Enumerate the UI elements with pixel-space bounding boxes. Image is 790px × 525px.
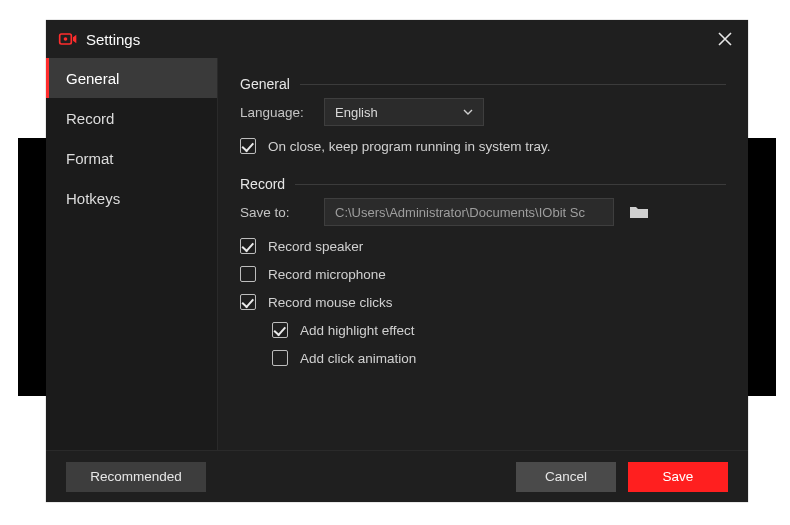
divider: [295, 184, 726, 185]
record-mouse-label: Record mouse clicks: [268, 295, 393, 310]
keep-running-label: On close, keep program running in system…: [268, 139, 551, 154]
save-button[interactable]: Save: [628, 462, 728, 492]
row-click-animation: Add click animation: [272, 350, 726, 366]
sidebar-item-label: General: [66, 70, 119, 87]
row-keep-running: On close, keep program running in system…: [240, 138, 726, 154]
sidebar: General Record Format Hotkeys: [46, 58, 218, 450]
settings-dialog: Settings General Record Format Hotkeys: [46, 20, 748, 502]
row-record-speaker: Record speaker: [240, 238, 726, 254]
section-general-title: General: [240, 76, 726, 92]
button-label: Save: [663, 469, 694, 484]
sidebar-item-record[interactable]: Record: [46, 98, 217, 138]
close-icon[interactable]: [714, 28, 736, 50]
dialog-title: Settings: [86, 31, 140, 48]
language-label: Language:: [240, 105, 312, 120]
record-microphone-label: Record microphone: [268, 267, 386, 282]
app-icon: [58, 29, 78, 49]
sidebar-item-label: Hotkeys: [66, 190, 120, 207]
sidebar-item-general[interactable]: General: [46, 58, 217, 98]
record-speaker-checkbox[interactable]: [240, 238, 256, 254]
click-animation-label: Add click animation: [300, 351, 416, 366]
save-to-input[interactable]: C:\Users\Administrator\Documents\IObit S…: [324, 198, 614, 226]
row-language: Language: English: [240, 98, 726, 126]
button-label: Cancel: [545, 469, 587, 484]
record-microphone-checkbox[interactable]: [240, 266, 256, 282]
section-heading: General: [240, 76, 290, 92]
section-record-title: Record: [240, 176, 726, 192]
keep-running-checkbox[interactable]: [240, 138, 256, 154]
divider: [300, 84, 726, 85]
footer: Recommended Cancel Save: [46, 450, 748, 502]
dialog-body: General Record Format Hotkeys General La…: [46, 58, 748, 450]
svg-point-1: [64, 37, 68, 41]
button-label: Recommended: [90, 469, 182, 484]
sidebar-item-label: Record: [66, 110, 114, 127]
record-speaker-label: Record speaker: [268, 239, 363, 254]
row-highlight-effect: Add highlight effect: [272, 322, 726, 338]
content-panel: General Language: English On close, keep…: [218, 58, 748, 450]
browse-folder-button[interactable]: [626, 199, 652, 225]
language-select[interactable]: English: [324, 98, 484, 126]
row-save-to: Save to: C:\Users\Administrator\Document…: [240, 198, 726, 226]
highlight-effect-checkbox[interactable]: [272, 322, 288, 338]
save-to-label: Save to:: [240, 205, 312, 220]
titlebar: Settings: [46, 20, 748, 58]
chevron-down-icon: [463, 107, 473, 117]
cancel-button[interactable]: Cancel: [516, 462, 616, 492]
row-record-mouse: Record mouse clicks: [240, 294, 726, 310]
folder-icon: [629, 204, 649, 220]
sidebar-item-format[interactable]: Format: [46, 138, 217, 178]
language-value: English: [335, 105, 378, 120]
record-mouse-checkbox[interactable]: [240, 294, 256, 310]
sidebar-item-label: Format: [66, 150, 114, 167]
click-animation-checkbox[interactable]: [272, 350, 288, 366]
section-heading: Record: [240, 176, 285, 192]
highlight-effect-label: Add highlight effect: [300, 323, 415, 338]
row-record-microphone: Record microphone: [240, 266, 726, 282]
recommended-button[interactable]: Recommended: [66, 462, 206, 492]
save-to-path: C:\Users\Administrator\Documents\IObit S…: [335, 205, 585, 220]
sidebar-item-hotkeys[interactable]: Hotkeys: [46, 178, 217, 218]
